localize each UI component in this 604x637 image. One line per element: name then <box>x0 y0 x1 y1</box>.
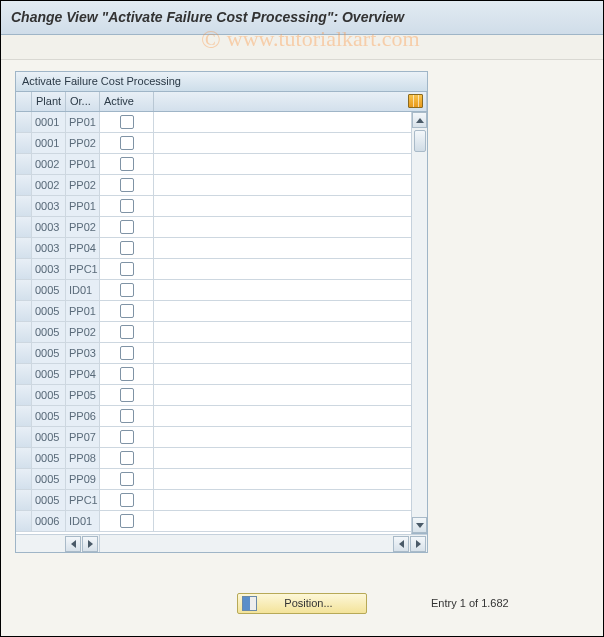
cell-spacer <box>154 154 427 175</box>
row-selector[interactable] <box>16 238 32 259</box>
hscroll-fixed-right[interactable] <box>82 536 98 552</box>
table-row[interactable]: 0001PP02 <box>16 133 427 154</box>
active-checkbox[interactable] <box>120 346 134 360</box>
row-selector[interactable] <box>16 175 32 196</box>
row-selector[interactable] <box>16 490 32 511</box>
cell-plant: 0005 <box>32 301 66 322</box>
cell-spacer <box>154 490 427 511</box>
table-row[interactable]: 0003PP04 <box>16 238 427 259</box>
vertical-scrollbar[interactable] <box>411 112 427 534</box>
table-row[interactable]: 0005PP02 <box>16 322 427 343</box>
hscroll-left[interactable] <box>393 536 409 552</box>
table-row[interactable]: 0005PP07 <box>16 427 427 448</box>
active-checkbox[interactable] <box>120 283 134 297</box>
table-row[interactable]: 0005PP05 <box>16 385 427 406</box>
table-row[interactable]: 0002PP01 <box>16 154 427 175</box>
cell-plant: 0005 <box>32 343 66 364</box>
row-selector[interactable] <box>16 133 32 154</box>
row-selector[interactable] <box>16 196 32 217</box>
app-window: Change View "Activate Failure Cost Proce… <box>0 0 604 637</box>
active-checkbox[interactable] <box>120 241 134 255</box>
row-selector[interactable] <box>16 511 32 532</box>
cell-spacer <box>154 238 427 259</box>
cell-order-type: PP02 <box>66 322 100 343</box>
cell-spacer <box>154 343 427 364</box>
table-row[interactable]: 0005PPC1 <box>16 490 427 511</box>
active-checkbox[interactable] <box>120 493 134 507</box>
cell-order-type: PP03 <box>66 343 100 364</box>
table-row[interactable]: 0003PP01 <box>16 196 427 217</box>
table-row[interactable]: 0001PP01 <box>16 112 427 133</box>
active-checkbox[interactable] <box>120 199 134 213</box>
row-selector[interactable] <box>16 469 32 490</box>
cell-order-type: PP02 <box>66 133 100 154</box>
scroll-thumb[interactable] <box>414 130 426 152</box>
cell-plant: 0005 <box>32 448 66 469</box>
active-checkbox[interactable] <box>120 430 134 444</box>
chevron-right-icon <box>416 540 421 548</box>
table-row[interactable]: 0005ID01 <box>16 280 427 301</box>
row-selector[interactable] <box>16 217 32 238</box>
active-checkbox[interactable] <box>120 451 134 465</box>
cell-spacer <box>154 322 427 343</box>
hscroll-fixed-left[interactable] <box>65 536 81 552</box>
active-checkbox[interactable] <box>120 157 134 171</box>
cell-order-type: PP06 <box>66 406 100 427</box>
cell-active <box>100 259 154 280</box>
active-checkbox[interactable] <box>120 262 134 276</box>
col-active[interactable]: Active <box>100 92 154 111</box>
table-row[interactable]: 0006ID01 <box>16 511 427 532</box>
cell-plant: 0005 <box>32 280 66 301</box>
row-selector[interactable] <box>16 322 32 343</box>
row-selector[interactable] <box>16 301 32 322</box>
row-selector[interactable] <box>16 427 32 448</box>
row-selector[interactable] <box>16 385 32 406</box>
col-selector[interactable] <box>16 92 32 111</box>
cell-active <box>100 343 154 364</box>
table-row[interactable]: 0005PP06 <box>16 406 427 427</box>
table-row[interactable]: 0005PP03 <box>16 343 427 364</box>
active-checkbox[interactable] <box>120 409 134 423</box>
active-checkbox[interactable] <box>120 472 134 486</box>
table-row[interactable]: 0005PP08 <box>16 448 427 469</box>
active-checkbox[interactable] <box>120 220 134 234</box>
row-selector[interactable] <box>16 259 32 280</box>
hscroll-right[interactable] <box>410 536 426 552</box>
active-checkbox[interactable] <box>120 178 134 192</box>
table-row[interactable]: 0003PP02 <box>16 217 427 238</box>
active-checkbox[interactable] <box>120 304 134 318</box>
scroll-up-button[interactable] <box>412 112 427 128</box>
cell-spacer <box>154 112 427 133</box>
horizontal-scrollbar[interactable] <box>16 534 427 552</box>
row-selector[interactable] <box>16 406 32 427</box>
scroll-down-button[interactable] <box>412 517 427 533</box>
row-selector[interactable] <box>16 364 32 385</box>
active-checkbox[interactable] <box>120 136 134 150</box>
table-settings-icon[interactable] <box>408 94 423 108</box>
row-selector[interactable] <box>16 112 32 133</box>
cell-spacer <box>154 469 427 490</box>
col-order-type[interactable]: Or... <box>66 92 100 111</box>
row-selector[interactable] <box>16 280 32 301</box>
table-row[interactable]: 0005PP04 <box>16 364 427 385</box>
col-plant[interactable]: Plant <box>32 92 66 111</box>
active-checkbox[interactable] <box>120 514 134 528</box>
cell-plant: 0005 <box>32 469 66 490</box>
active-checkbox[interactable] <box>120 367 134 381</box>
position-icon <box>242 596 257 611</box>
active-checkbox[interactable] <box>120 115 134 129</box>
cell-active <box>100 511 154 532</box>
active-checkbox[interactable] <box>120 325 134 339</box>
active-checkbox[interactable] <box>120 388 134 402</box>
row-selector[interactable] <box>16 448 32 469</box>
cell-spacer <box>154 217 427 238</box>
table-row[interactable]: 0002PP02 <box>16 175 427 196</box>
table-row[interactable]: 0005PP01 <box>16 301 427 322</box>
cell-order-type: PP01 <box>66 112 100 133</box>
row-selector[interactable] <box>16 343 32 364</box>
position-button[interactable]: Position... <box>237 593 367 614</box>
row-selector[interactable] <box>16 154 32 175</box>
table-row[interactable]: 0005PP09 <box>16 469 427 490</box>
table-row[interactable]: 0003PPC1 <box>16 259 427 280</box>
cell-plant: 0003 <box>32 217 66 238</box>
